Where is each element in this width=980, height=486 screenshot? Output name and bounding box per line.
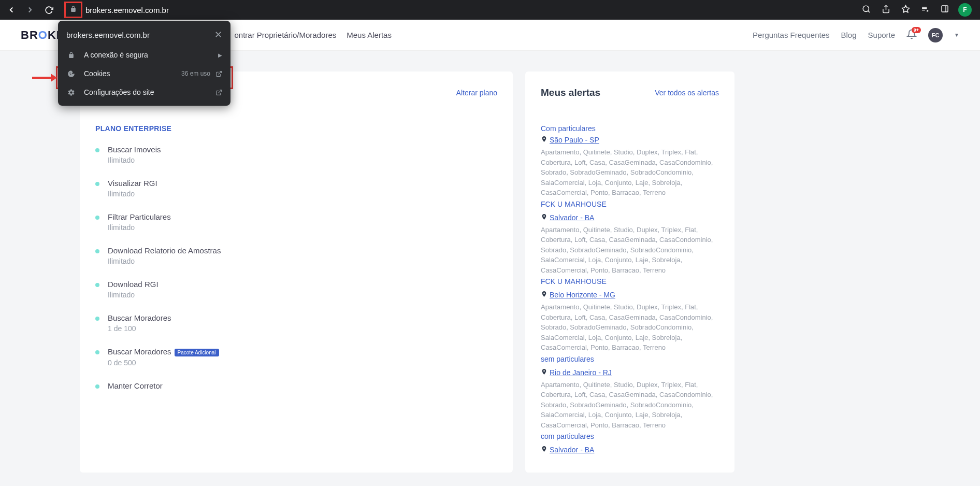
cookies-row[interactable]: Cookies 36 em uso: [58, 64, 230, 83]
alert-tag: com particulares: [541, 432, 719, 440]
alert-types: Apartamento, Quitinete, Studio, Duplex, …: [541, 225, 719, 276]
location-link[interactable]: Salvador - BA: [550, 446, 594, 454]
alert-section-label: Com particulares: [541, 124, 719, 133]
alert-tag: sem particulares: [541, 355, 719, 363]
see-all-alerts-link[interactable]: Ver todos os alertas: [655, 89, 719, 97]
playlist-icon[interactable]: [919, 5, 931, 16]
bullet-icon: [95, 249, 99, 253]
plan-item-sub: Ilimitado: [108, 291, 497, 299]
bullet-icon: [95, 148, 99, 152]
alert-types: Apartamento, Quitinete, Studio, Duplex, …: [541, 302, 719, 353]
secure-label: A conexão é segura: [84, 51, 218, 59]
browser-right-icons: F: [860, 3, 972, 17]
pin-icon: [541, 291, 547, 299]
zoom-icon[interactable]: [860, 5, 872, 16]
plan-card: Meu plano Alterar plano PLANO ENTERPRISE…: [80, 72, 513, 473]
alert-location[interactable]: São Paulo - SP: [541, 136, 719, 144]
svg-point-0: [863, 6, 869, 11]
panel-icon[interactable]: [939, 5, 951, 15]
alert-types: Apartamento, Quitinete, Studio, Duplex, …: [541, 147, 719, 198]
svg-marker-3: [902, 5, 909, 12]
svg-line-7: [218, 90, 221, 93]
main-content: Meu plano Alterar plano PLANO ENTERPRISE…: [0, 51, 980, 473]
lock-icon: [70, 6, 77, 14]
alert-location[interactable]: Salvador - BA: [541, 213, 719, 222]
plan-item-sub: Ilimitado: [108, 257, 497, 265]
site-settings-label: Configurações do site: [84, 88, 215, 96]
chevron-down-icon[interactable]: ▼: [954, 32, 959, 38]
cookies-label: Cookies: [84, 69, 181, 78]
header-right: Perguntas Frequentes Blog Suporte 9+ FC …: [753, 28, 959, 42]
nav-support[interactable]: Suporte: [868, 31, 896, 39]
bullet-icon: [95, 384, 99, 389]
pin-icon: [541, 446, 547, 454]
site-info-button[interactable]: [64, 2, 82, 18]
forward-button[interactable]: [23, 3, 37, 17]
bullet-icon: [95, 283, 99, 287]
alert-location[interactable]: Rio de Janeiro - RJ: [541, 368, 719, 377]
notifications-button[interactable]: 9+: [906, 29, 917, 41]
star-icon[interactable]: [899, 5, 912, 16]
cookie-icon: [66, 70, 76, 78]
plan-item-label: Visualizar RGI: [108, 179, 497, 188]
popup-header: brokers.eemovel.com.br ✕: [58, 25, 230, 46]
plan-item-label: Manter Corretor: [108, 381, 497, 390]
nav-find-owners[interactable]: ontrar Proprietário/Moradores: [234, 31, 336, 39]
plan-item: Buscar Imoveis Ilimitado: [95, 145, 497, 164]
profile-avatar[interactable]: F: [958, 3, 972, 17]
plan-item-label: Buscar Imoveis: [108, 145, 497, 154]
nav-blog[interactable]: Blog: [841, 31, 857, 39]
plan-item: Download RGI Ilimitado: [95, 280, 497, 299]
external-icon: [215, 89, 222, 96]
pin-icon: [541, 368, 547, 377]
gear-icon: [66, 89, 76, 96]
share-icon[interactable]: [880, 5, 892, 16]
close-icon[interactable]: ✕: [214, 29, 222, 40]
pin-icon: [541, 213, 547, 222]
pin-icon: [541, 136, 547, 144]
plan-item-label: Buscar Moradores: [108, 313, 497, 322]
location-link[interactable]: Rio de Janeiro - RJ: [550, 368, 612, 377]
plan-item-label: Filtrar Particulares: [108, 212, 497, 221]
plan-item-label: Buscar MoradoresPacote Adicional: [108, 347, 497, 356]
change-plan-link[interactable]: Alterar plano: [456, 89, 497, 97]
plan-item: Download Relatorio de Amostras Ilimitado: [95, 246, 497, 265]
cookies-count-wrap: 36 em uso: [181, 70, 222, 77]
alert-location[interactable]: Salvador - BA: [541, 446, 719, 454]
browser-toolbar: brokers.eemovel.com.br F: [0, 0, 980, 20]
plan-item-sub: 0 de 500: [108, 359, 497, 367]
settings-ext-wrap: [215, 89, 222, 96]
connection-secure-row[interactable]: A conexão é segura ▶: [58, 46, 230, 64]
plan-item: Buscar Moradores 1 de 100: [95, 313, 497, 333]
site-info-popup: brokers.eemovel.com.br ✕ A conexão é seg…: [58, 21, 230, 106]
location-link[interactable]: São Paulo - SP: [550, 136, 599, 144]
plan-item: Buscar MoradoresPacote Adicional 0 de 50…: [95, 347, 497, 367]
plan-item-sub: Ilimitado: [108, 190, 497, 198]
location-link[interactable]: Belo Horizonte - MG: [550, 291, 615, 299]
alert-location[interactable]: Belo Horizonte - MG: [541, 291, 719, 299]
external-icon: [215, 70, 222, 77]
site-settings-row[interactable]: Configurações do site: [58, 83, 230, 102]
nav-faq[interactable]: Perguntas Frequentes: [753, 31, 829, 39]
reload-button[interactable]: [41, 3, 56, 17]
lock-icon: [66, 52, 76, 59]
user-avatar[interactable]: FC: [928, 28, 943, 42]
location-link[interactable]: Salvador - BA: [550, 213, 594, 222]
back-button[interactable]: [4, 3, 19, 17]
nav-my-alerts[interactable]: Meus Alertas: [347, 31, 392, 39]
plan-name: PLANO ENTERPRISE: [95, 124, 497, 133]
bullet-icon: [95, 350, 99, 354]
svg-line-1: [868, 10, 869, 12]
plan-item: Visualizar RGI Ilimitado: [95, 179, 497, 198]
annotation-arrow: [32, 73, 57, 83]
alerts-card-title: Meus alertas: [541, 87, 600, 98]
url-bar[interactable]: brokers.eemovel.com.br: [64, 2, 860, 18]
alerts-card: Meus alertas Ver todos os alertas Com pa…: [525, 72, 734, 473]
notification-badge: 9+: [912, 27, 921, 33]
plan-items-list: Buscar Imoveis Ilimitado Visualizar RGI …: [95, 145, 497, 392]
bullet-icon: [95, 317, 99, 321]
alerts-card-header: Meus alertas Ver todos os alertas: [541, 87, 719, 98]
popup-title: brokers.eemovel.com.br: [66, 31, 150, 39]
svg-rect-4: [942, 6, 948, 12]
addon-badge: Pacote Adicional: [175, 349, 219, 356]
